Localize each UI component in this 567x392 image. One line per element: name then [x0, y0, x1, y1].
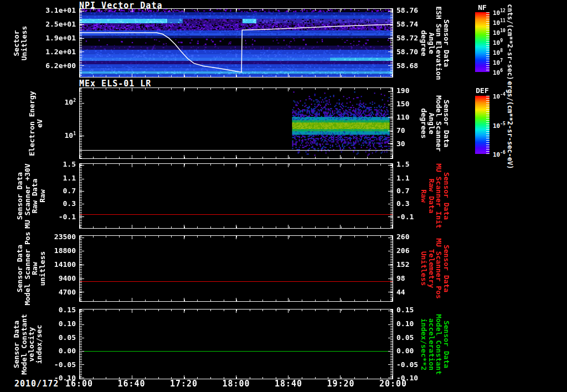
y-major-tick: [80, 136, 84, 136]
colorbar-tick-label: 1010: [493, 28, 506, 37]
x-major-tick: [80, 155, 80, 158]
x-major-tick: [288, 155, 288, 158]
x-major-tick: [236, 298, 236, 301]
y-minor-ticks: [80, 9, 82, 77]
panel-mu-scanner-30v-right-label: Sensor Data MU Scanner Init Raw Data Raw: [420, 163, 450, 228]
y-minor-ticks: [390, 9, 393, 77]
x-major-tick: [392, 155, 393, 158]
colorbar-title: DEF: [476, 86, 488, 95]
colorbar-minor-ticks: [486, 12, 489, 72]
x-major-tick: [236, 9, 236, 12]
y-major-tick: [388, 378, 393, 378]
y-major-tick: [388, 238, 393, 238]
panel-model-constant-velocity-data-line: [80, 351, 393, 352]
y-major-tick: [388, 216, 393, 217]
x-major-tick: [132, 155, 132, 158]
x-major-tick: [392, 225, 393, 228]
x-major-tick: [392, 164, 393, 167]
colorbar-tick-label: 10-5: [493, 121, 506, 130]
y-minor-ticks: [390, 164, 393, 228]
x-major-tick: [184, 155, 184, 158]
x-major-tick: [184, 298, 184, 301]
panel-els-left-label: Electron Energy eV: [28, 91, 43, 156]
panel-model-constant-velocity-right-label: Sensor Data Model Constant acceleration …: [420, 314, 450, 375]
colorbar-tick-label: 108: [493, 48, 503, 56]
x-tick-label: 18:40: [275, 379, 302, 389]
x-major-tick: [340, 310, 341, 313]
plot-root: NPI Vector Data MEx ELS-01 LR 2010/172 3…: [0, 0, 567, 392]
right-tick-label: 190: [396, 86, 435, 95]
x-major-tick: [340, 236, 341, 239]
x-major-tick: [288, 164, 288, 167]
x-major-tick: [80, 164, 80, 167]
x-major-tick: [288, 310, 288, 313]
y-major-tick: [80, 338, 84, 338]
y-major-tick: [388, 179, 393, 179]
y-major-tick: [388, 338, 393, 338]
panel-els-white-line: [80, 150, 393, 151]
panel-model-scanner-pos-box: [79, 235, 393, 302]
colorbar-tick-label: 1011: [493, 18, 506, 27]
x-major-tick: [80, 9, 80, 12]
x-major-tick: [184, 236, 184, 239]
y-major-tick: [388, 65, 393, 66]
colorbar-tick-label: 106: [493, 68, 503, 76]
x-major-tick: [236, 236, 236, 239]
x-major-tick: [80, 74, 80, 77]
y-major-tick: [388, 191, 393, 192]
y-major-tick: [80, 351, 84, 352]
panel-npi-box: [79, 8, 393, 78]
y-major-tick: [80, 51, 84, 52]
y-major-tick: [80, 24, 84, 25]
x-tick-label: 16:40: [117, 379, 145, 389]
x-major-tick: [392, 9, 393, 12]
panel-model-constant-velocity-left-label: Sensor Data Model Constant velocity inde…: [13, 314, 43, 375]
x-major-tick: [236, 88, 236, 91]
x-major-tick: [288, 88, 288, 91]
x-major-tick: [184, 74, 184, 77]
x-major-tick: [184, 88, 184, 91]
y-major-tick: [80, 65, 84, 66]
y-major-tick: [80, 165, 84, 166]
panel-els-right-label: Sensor Data Model Scanner Angle degrees: [420, 95, 450, 152]
y-major-tick: [388, 278, 393, 279]
y-major-tick: [388, 251, 393, 251]
x-major-tick: [392, 74, 393, 77]
panel-model-scanner-pos-data-line: [80, 281, 393, 282]
y-major-tick: [388, 204, 393, 204]
y-major-tick: [80, 364, 84, 365]
y-major-tick: [388, 311, 393, 311]
x-major-tick: [132, 298, 132, 301]
y-major-tick: [388, 91, 393, 92]
left-tick-label: 1.9e+01: [29, 34, 76, 42]
y-major-tick: [80, 251, 84, 251]
colorbar-title: NF: [478, 3, 487, 12]
colorbar-nf-bar: [475, 12, 489, 72]
panel-npi-left-label: Sector Unitless: [13, 25, 28, 60]
x-major-tick: [184, 225, 184, 228]
panel-model-scanner-pos-left-label: Sensor Data Model Scanner Pos Raw unitle…: [16, 231, 46, 305]
y-major-tick: [388, 24, 393, 25]
x-major-tick: [132, 236, 132, 239]
y-major-tick: [388, 364, 393, 365]
y-major-tick: [388, 143, 393, 144]
y-major-tick: [80, 179, 84, 179]
y-major-tick: [80, 311, 84, 311]
y-major-tick: [80, 265, 84, 265]
x-major-tick: [340, 298, 341, 301]
colorbar-unit-label: cnts/(cm**2-sr-sec): [506, 4, 514, 80]
y-major-tick: [388, 165, 393, 166]
panel-model-constant-velocity-box: [79, 309, 393, 379]
x-major-tick: [288, 74, 288, 77]
x-major-tick: [80, 225, 80, 228]
x-tick-label: 16:00: [65, 379, 93, 389]
colorbar-tick-label: 109: [493, 38, 503, 47]
panel-model-scanner-pos-right-label: Sensor Data MU Scanner Pos Telemetry Uni…: [420, 238, 450, 299]
x-major-tick: [132, 225, 132, 228]
y-major-tick: [388, 351, 393, 352]
x-tick-label: 18:00: [222, 379, 250, 389]
panel-els-spectrogram: [80, 88, 393, 158]
x-major-tick: [340, 9, 341, 12]
x-major-tick: [340, 225, 341, 228]
panel-mu-scanner-30v-data-line: [80, 214, 393, 215]
